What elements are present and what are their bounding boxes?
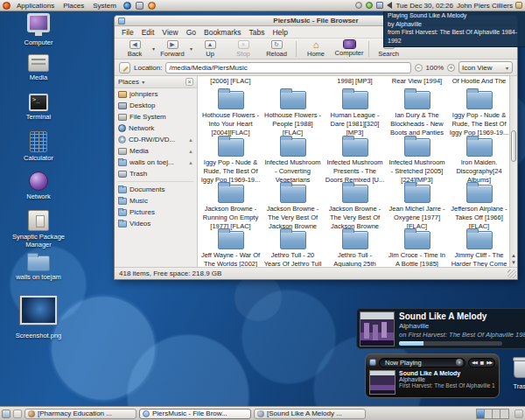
sidebar-item-trash[interactable]: Trash — [115, 168, 197, 179]
folder-item[interactable]: Jim Croce - Time In A Bottle [1985] [FLA… — [386, 231, 448, 267]
task-button-browser[interactable]: [Pharmacy Education ... — [24, 409, 136, 419]
sidebar-item-documents[interactable]: Documents — [115, 184, 197, 195]
sidebar-item-home[interactable]: johnpiers — [115, 88, 197, 100]
workspace-1[interactable] — [477, 410, 485, 418]
folder-item[interactable]: [2006] [FLAC] — [200, 77, 262, 87]
menu-file[interactable]: File — [118, 28, 137, 37]
menu-go[interactable]: Go — [183, 28, 200, 37]
player-app-icon[interactable] — [369, 359, 376, 366]
sidebar-item-media[interactable]: Media▲ — [115, 145, 197, 157]
view-mode-select[interactable]: Icon View ▾ — [458, 61, 513, 74]
folder-item[interactable]: Iggy Pop - Nude & Rude, The Best Of Iggy… — [448, 91, 509, 138]
taskbar-corner-icon[interactable] — [514, 410, 523, 418]
folder-item[interactable]: Ian Dury & The Blockheads - New Boots an… — [386, 91, 448, 138]
desktop-icon-synaptic[interactable]: Synaptic Package Manager — [7, 210, 70, 248]
window-list-icon[interactable] — [2, 410, 10, 418]
tray-icon-1[interactable] — [355, 2, 362, 9]
folder-item[interactable]: Iron Maiden. Discography[24 Albums] — [448, 138, 509, 186]
folder-item[interactable]: Hothouse Flowers - Into Your Heart [2004… — [200, 91, 262, 138]
desktop-icon-walls-folder[interactable]: walls on toejam — [7, 256, 70, 281]
zoom-out-icon[interactable]: − — [415, 64, 423, 72]
display-tray-icon[interactable] — [376, 2, 383, 9]
launcher-icon-3[interactable] — [148, 2, 156, 10]
desktop-icon-computer[interactable]: Computer — [7, 13, 70, 46]
folder-item[interactable]: Jethro Tull - 20 Years Of Jethro Tull [1… — [262, 231, 324, 267]
notification-popup[interactable]: Playing Sound Like A Melody by Alphavill… — [383, 9, 525, 47]
menu-view[interactable]: View — [158, 28, 181, 37]
forward-dropdown-icon[interactable]: ▾ — [190, 46, 192, 52]
folder-item[interactable]: Iggy Pop - Nude & Rude, The Best Of Iggy… — [200, 138, 262, 186]
task-button-file-browser[interactable]: PiersMusic - File Brow... — [139, 409, 251, 419]
folder-item[interactable]: 1998] [MP3] — [324, 77, 386, 87]
folder-item[interactable]: Jefferson Airplane - Takes Off [1966] [F… — [448, 185, 509, 232]
back-button[interactable]: ◀ Back — [118, 40, 151, 58]
playlist-select[interactable]: Now Playing ▾ — [379, 358, 466, 368]
back-dropdown-icon[interactable]: ▾ — [152, 46, 155, 52]
reload-button[interactable]: ↻ Reload — [260, 40, 293, 58]
scroll-down-icon[interactable]: ▼ — [510, 260, 517, 266]
sidebar-close-icon[interactable]: × — [186, 78, 193, 86]
desktop-icon-terminal[interactable]: Terminal — [7, 94, 70, 121]
progress-bar[interactable] — [399, 341, 502, 346]
desktop-icon-screenshot[interactable]: Screenshot.png — [7, 296, 70, 340]
resize-grip[interactable] — [508, 270, 516, 278]
menu-bookmarks[interactable]: Bookmarks — [200, 28, 245, 37]
menu-help[interactable]: Help — [269, 28, 290, 37]
folder-item[interactable]: Infected Mushroom - Stretched [2005] [22… — [386, 138, 448, 186]
edit-location-icon[interactable] — [119, 62, 130, 74]
up-button[interactable]: ▲ Up — [193, 40, 227, 58]
desktop-icon-calculator[interactable]: Calculator — [7, 131, 70, 162]
workspace-3[interactable] — [493, 410, 500, 418]
menu-tabs[interactable]: Tabs — [246, 28, 269, 37]
sidebar-item-music[interactable]: Music — [115, 195, 197, 206]
menu-edit[interactable]: Edit — [138, 28, 158, 37]
folder-item[interactable]: Jackson Browne - The Very Best Of Jackso… — [262, 185, 324, 232]
eject-icon[interactable]: ▲ — [188, 160, 193, 165]
scroll-up-icon[interactable]: ▲ — [510, 253, 517, 259]
sidebar-item-pictures[interactable]: Pictures — [115, 206, 197, 218]
zoom-in-icon[interactable]: + — [447, 64, 455, 72]
folder-item[interactable]: Infected Mushroom Presents - The Doors R… — [324, 138, 386, 186]
sidebar-item-walls[interactable]: walls on toej...▲ — [115, 157, 197, 168]
menu-places[interactable]: Places — [60, 2, 87, 10]
folder-item[interactable]: Infected Mushroom - Converting Vegetaria… — [262, 138, 324, 186]
home-button[interactable]: ⌂ Home — [299, 40, 332, 58]
menu-system[interactable]: System — [90, 2, 119, 10]
folder-item[interactable]: Hothouse Flowers - People [1988][FLAC] — [262, 91, 324, 138]
desktop-icon-network[interactable]: Network — [7, 172, 70, 200]
desktop-icon-media[interactable]: Media — [7, 54, 70, 81]
sidebar-item-network[interactable]: Network — [115, 122, 197, 134]
location-input[interactable] — [165, 62, 410, 74]
launcher-icon-2[interactable] — [136, 2, 144, 10]
sidebar-item-filesystem[interactable]: File System — [115, 111, 197, 122]
sidebar-item-cdrw[interactable]: CD-RW/DVD...▲ — [115, 134, 197, 145]
tray-icon-2[interactable] — [366, 2, 373, 9]
menu-applications[interactable]: Applications — [14, 2, 57, 10]
computer-button[interactable]: Computer — [332, 40, 366, 57]
clock[interactable]: Tue Dec 30, 02:26 — [396, 2, 453, 10]
browser-launcher-icon[interactable] — [123, 2, 131, 10]
workspace-4[interactable] — [500, 410, 508, 418]
user-menu[interactable]: John Piers Cilliers — [457, 2, 522, 10]
distro-logo-icon[interactable] — [3, 2, 10, 10]
previous-button[interactable]: ◀◀ — [472, 360, 477, 365]
folder-item[interactable]: Of Hootie And The ... — [448, 77, 509, 87]
desktop-icon-trash[interactable]: Trash — [502, 359, 525, 390]
folder-item[interactable]: Jeff Wayne - War Of The Worlds [2002] [3… — [200, 231, 262, 267]
workspace-2[interactable] — [485, 410, 493, 418]
next-button[interactable]: ▶▶ — [486, 360, 492, 365]
file-icon-view[interactable]: [2006] [FLAC] 1998] [MP3] Rear View [199… — [198, 76, 509, 267]
folder-item[interactable]: Rear View [1994][3... — [386, 77, 448, 87]
folder-item[interactable]: Jethro Tull - Aqualung 25th Anniversary … — [324, 231, 386, 267]
show-desktop-icon[interactable] — [13, 410, 22, 418]
sidebar-header[interactable]: Places ▾ × — [115, 76, 197, 88]
scrollbar-thumb[interactable] — [511, 130, 516, 162]
task-button-music-player[interactable]: [Sound Like A Melody ... — [254, 409, 366, 419]
vertical-scrollbar[interactable]: ▲ ▼ — [509, 76, 517, 267]
folder-item[interactable]: Jackson Browne - The Very Best Of Jackso… — [324, 185, 386, 232]
eject-icon[interactable]: ▲ — [188, 149, 193, 154]
zoom-level[interactable]: 100% — [426, 64, 444, 72]
folder-item[interactable]: Human League - Dare [1981][320] [MP3] — [324, 91, 386, 138]
folder-item[interactable]: Jackson Browne - Running On Empty [1977]… — [200, 185, 262, 232]
folder-item[interactable]: Jean Michel Jarre - Oxygène [1977] [FLAC… — [386, 185, 448, 232]
